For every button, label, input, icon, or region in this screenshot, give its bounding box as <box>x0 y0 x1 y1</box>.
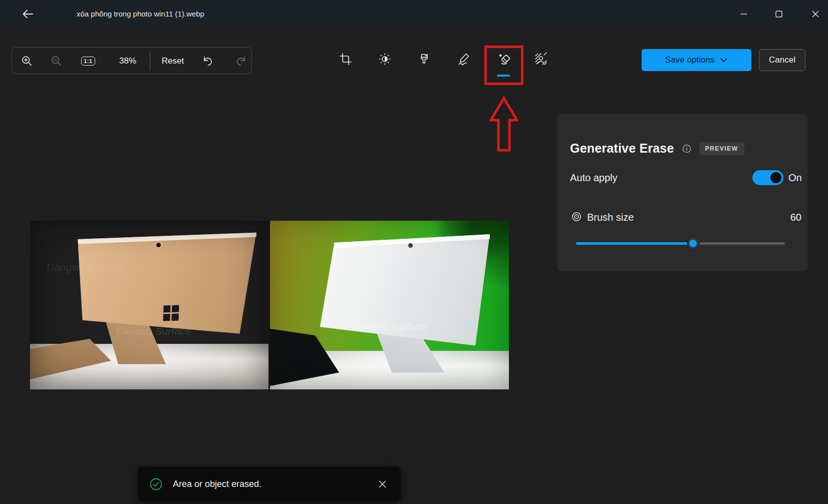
pen-icon <box>456 52 471 67</box>
slider-fill <box>576 242 693 245</box>
actual-size-icon: 1:1 <box>81 57 95 66</box>
toast-close-button[interactable] <box>373 475 391 493</box>
brush-size-slider[interactable] <box>576 236 785 250</box>
slider-thumb[interactable] <box>687 237 700 250</box>
cancel-button[interactable]: Cancel <box>759 49 805 71</box>
generative-erase-tool-button[interactable] <box>491 47 515 71</box>
close-icon <box>379 480 386 488</box>
toast-notification: Area or object erased. <box>138 466 401 501</box>
window-title: xóa phông trong photo win11 (1).webp <box>77 0 204 28</box>
minimize-button[interactable] <box>732 0 755 28</box>
adjustment-tool-button[interactable] <box>373 47 397 71</box>
info-button[interactable] <box>682 144 692 154</box>
redo-icon <box>235 55 248 68</box>
markup-tool-button[interactable] <box>452 47 476 71</box>
chevron-down-icon <box>720 57 728 64</box>
toggle-knob <box>770 172 781 183</box>
undo-icon <box>200 55 213 68</box>
zoom-out-button[interactable] <box>47 51 67 71</box>
brush-size-value: 60 <box>790 212 801 223</box>
toast-message: Area or object erased. <box>173 466 261 501</box>
reset-button[interactable]: Reset <box>155 51 191 71</box>
maximize-icon <box>775 11 782 18</box>
save-options-button[interactable]: Save options <box>642 49 751 71</box>
brush-size-label: Brush size <box>587 212 634 223</box>
photos-editor-window: xóa phông trong photo win11 (1).webp 1:1… <box>0 0 828 504</box>
photo-after-silver-surface: Dangvu Surface <box>270 221 509 389</box>
actual-size-button[interactable]: 1:1 <box>78 51 98 71</box>
photo-before-gold-surface: Dangvu Surface Dangvu Surface <box>30 221 268 389</box>
photo-canvas[interactable]: Dangvu Surface Dangvu Surface Dangvu Sur… <box>30 221 509 389</box>
auto-apply-toggle[interactable] <box>752 170 783 185</box>
panel-title: Generative Erase <box>570 141 674 156</box>
brush-size-icon <box>571 211 582 222</box>
undo-button[interactable] <box>197 51 217 71</box>
paintbrush-icon <box>417 52 431 66</box>
filter-tool-button[interactable] <box>412 47 436 71</box>
zoom-in-icon <box>21 55 34 68</box>
generative-erase-icon <box>496 52 511 67</box>
preview-badge: PREVIEW <box>699 142 744 155</box>
maximize-button[interactable] <box>767 0 790 28</box>
background-tool-button[interactable] <box>529 47 553 71</box>
success-check-icon <box>149 477 163 491</box>
annotation-up-arrow <box>488 96 520 152</box>
minimize-icon <box>740 11 747 18</box>
back-button[interactable] <box>17 4 39 24</box>
zoom-level-value: 38% <box>110 48 145 75</box>
close-button[interactable] <box>804 0 827 28</box>
slider-thumb-dot <box>689 240 697 247</box>
generative-erase-panel: Generative Erase PREVIEW Auto apply On B… <box>557 114 807 271</box>
zoom-in-button[interactable] <box>17 51 37 71</box>
titlebar: xóa phông trong photo win11 (1).webp <box>0 0 828 28</box>
crop-tool-button[interactable] <box>334 47 358 71</box>
auto-apply-state: On <box>788 172 805 184</box>
redo-button[interactable] <box>232 51 252 71</box>
auto-apply-label: Auto apply <box>570 172 618 184</box>
back-arrow-icon <box>22 8 35 21</box>
toolbar-divider <box>150 52 150 71</box>
crop-icon <box>339 52 353 66</box>
zoom-toolbar-group: 1:1 38% Reset <box>12 47 252 74</box>
background-icon <box>533 52 548 67</box>
info-icon <box>682 144 692 154</box>
brightness-icon <box>378 52 392 66</box>
zoom-out-icon <box>50 55 63 68</box>
selected-tool-indicator <box>497 75 510 77</box>
save-options-label: Save options <box>665 55 714 65</box>
close-icon <box>812 11 819 18</box>
